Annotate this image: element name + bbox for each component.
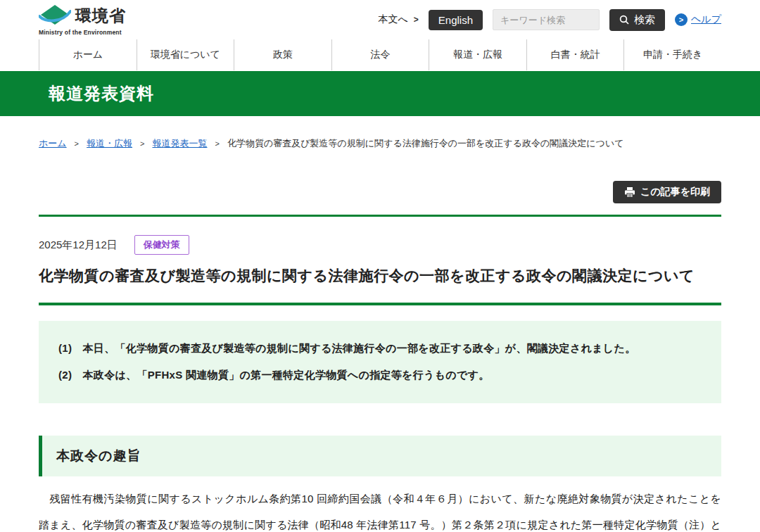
search-button[interactable]: 検索: [609, 9, 665, 31]
page-banner: 報道発表資料: [0, 71, 760, 116]
nav-item-policy[interactable]: 政策: [234, 39, 331, 70]
article-title: 化学物質の審査及び製造等の規制に関する法律施行令の一部を改正する政令の閣議決定に…: [39, 266, 721, 286]
chevron-right-icon: >: [414, 15, 419, 25]
breadcrumb-press[interactable]: 報道・広報: [87, 137, 132, 150]
search-icon: [619, 15, 629, 25]
help-link-wrap[interactable]: > ヘルプ: [675, 13, 721, 26]
green-divider-title: [39, 303, 721, 305]
print-row: この記事を印刷: [39, 181, 721, 203]
green-divider-top: [39, 215, 721, 217]
summary-item: (2) 本政令は、「PFHxS 関連物質」の第一種特定化学物質への指定等を行うも…: [58, 369, 702, 382]
global-nav: ホーム 環境省について 政策 法令 報道・広報 白書・統計 申請・手続き: [39, 39, 721, 70]
nav-item-press[interactable]: 報道・広報: [429, 39, 526, 70]
nav-item-whitepaper[interactable]: 白書・統計: [526, 39, 624, 70]
header-utilities: 本文へ > English 検索 > ヘルプ: [378, 9, 721, 31]
nav-item-about[interactable]: 環境省について: [137, 39, 234, 70]
logo-title: 環境省: [75, 5, 126, 27]
help-link[interactable]: ヘルプ: [691, 13, 721, 26]
article-meta: 2025年12月12日 保健対策: [39, 235, 721, 255]
article-date: 2025年12月12日: [39, 239, 118, 252]
breadcrumb-separator-icon: >: [140, 139, 144, 148]
breadcrumb-press-list[interactable]: 報道発表一覧: [152, 137, 207, 150]
breadcrumb-current: 化学物質の審査及び製造等の規制に関する法律施行令の一部を改正する政令の閣議決定に…: [227, 137, 624, 150]
print-article-button[interactable]: この記事を印刷: [613, 181, 721, 203]
printer-icon: [624, 187, 635, 198]
logo-subtitle: Ministry of the Environment: [39, 29, 126, 36]
category-badge[interactable]: 保健対策: [134, 235, 189, 255]
nav-item-applications[interactable]: 申請・手続き: [623, 39, 721, 70]
section-heading-purpose: 本政令の趣旨: [39, 436, 721, 476]
summary-item: (1) 本日、「化学物質の審査及び製造等の規制に関する法律施行令の一部を改正する…: [58, 342, 702, 355]
page-banner-title: 報道発表資料: [49, 84, 154, 103]
ministry-logo[interactable]: 環境省 Ministry of the Environment: [39, 4, 126, 36]
site-header: 環境省 Ministry of the Environment 本文へ > En…: [39, 0, 721, 39]
nav-item-home[interactable]: ホーム: [39, 39, 137, 70]
nav-item-laws[interactable]: 法令: [331, 39, 429, 70]
summary-box: (1) 本日、「化学物質の審査及び製造等の規制に関する法律施行令の一部を改正する…: [39, 321, 721, 403]
english-button[interactable]: English: [429, 10, 483, 30]
breadcrumb-home[interactable]: ホーム: [39, 137, 67, 150]
breadcrumb-separator-icon: >: [75, 139, 79, 148]
skip-to-content-link[interactable]: 本文へ >: [378, 13, 418, 26]
moe-logo-icon: [39, 4, 71, 28]
search-input[interactable]: [493, 9, 600, 30]
breadcrumb: ホーム > 報道・広報 > 報道発表一覧 > 化学物質の審査及び製造等の規制に関…: [39, 137, 721, 150]
section-body-text: 残留性有機汚染物質に関するストックホルム条約第10 回締約国会議（令和４年６月）…: [39, 486, 721, 532]
breadcrumb-separator-icon: >: [215, 139, 219, 148]
help-arrow-icon: >: [675, 13, 688, 26]
